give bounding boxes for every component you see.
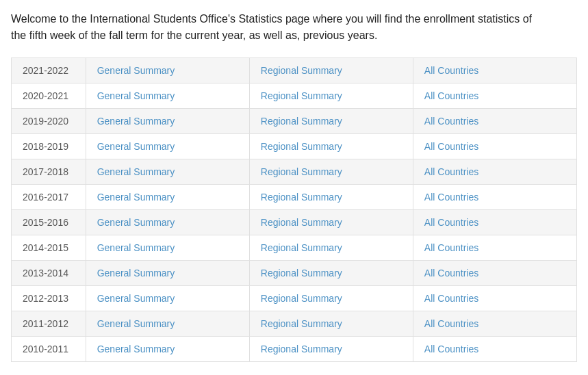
year-cell: 2014-2015 (12, 235, 86, 261)
all-countries-link[interactable]: All Countries (424, 166, 478, 177)
general-summary-link[interactable]: General Summary (97, 116, 175, 127)
all-countries-cell[interactable]: All Countries (413, 109, 576, 134)
regional-summary-cell[interactable]: Regional Summary (249, 58, 413, 83)
general-summary-link[interactable]: General Summary (97, 242, 175, 253)
all-countries-cell[interactable]: All Countries (413, 83, 576, 109)
regional-summary-cell[interactable]: Regional Summary (249, 185, 413, 210)
general-summary-link[interactable]: General Summary (97, 344, 175, 354)
regional-summary-cell[interactable]: Regional Summary (249, 83, 413, 109)
table-row: 2015-2016General SummaryRegional Summary… (12, 210, 577, 235)
regional-summary-link[interactable]: Regional Summary (261, 192, 342, 203)
year-cell: 2012-2013 (12, 286, 86, 311)
regional-summary-link[interactable]: Regional Summary (261, 268, 342, 279)
regional-summary-cell[interactable]: Regional Summary (249, 109, 413, 134)
all-countries-cell[interactable]: All Countries (413, 159, 576, 185)
table-row: 2014-2015General SummaryRegional Summary… (12, 235, 577, 261)
regional-summary-cell[interactable]: Regional Summary (249, 286, 413, 311)
regional-summary-link[interactable]: Regional Summary (261, 318, 342, 329)
general-summary-link[interactable]: General Summary (97, 318, 175, 329)
all-countries-cell[interactable]: All Countries (413, 261, 576, 286)
table-row: 2021-2022General SummaryRegional Summary… (12, 58, 577, 83)
all-countries-cell[interactable]: All Countries (413, 185, 576, 210)
year-cell: 2020-2021 (12, 83, 86, 109)
general-summary-cell[interactable]: General Summary (86, 337, 249, 362)
all-countries-cell[interactable]: All Countries (413, 210, 576, 235)
general-summary-link[interactable]: General Summary (97, 166, 175, 177)
general-summary-cell[interactable]: General Summary (86, 134, 249, 159)
regional-summary-cell[interactable]: Regional Summary (249, 159, 413, 185)
regional-summary-cell[interactable]: Regional Summary (249, 235, 413, 261)
year-cell: 2011-2012 (12, 311, 86, 337)
table-row: 2011-2012General SummaryRegional Summary… (12, 311, 577, 337)
general-summary-link[interactable]: General Summary (97, 293, 175, 304)
all-countries-link[interactable]: All Countries (424, 318, 478, 329)
all-countries-link[interactable]: All Countries (424, 65, 478, 76)
regional-summary-link[interactable]: Regional Summary (261, 242, 342, 253)
general-summary-cell[interactable]: General Summary (86, 159, 249, 185)
regional-summary-cell[interactable]: Regional Summary (249, 337, 413, 362)
general-summary-cell[interactable]: General Summary (86, 286, 249, 311)
regional-summary-cell[interactable]: Regional Summary (249, 210, 413, 235)
year-cell: 2018-2019 (12, 134, 86, 159)
general-summary-link[interactable]: General Summary (97, 90, 175, 101)
all-countries-cell[interactable]: All Countries (413, 337, 576, 362)
all-countries-link[interactable]: All Countries (424, 344, 478, 354)
table-row: 2017-2018General SummaryRegional Summary… (12, 159, 577, 185)
regional-summary-link[interactable]: Regional Summary (261, 166, 342, 177)
general-summary-cell[interactable]: General Summary (86, 210, 249, 235)
year-cell: 2013-2014 (12, 261, 86, 286)
statistics-table: 2021-2022General SummaryRegional Summary… (11, 57, 577, 362)
general-summary-cell[interactable]: General Summary (86, 261, 249, 286)
general-summary-cell[interactable]: General Summary (86, 83, 249, 109)
all-countries-link[interactable]: All Countries (424, 141, 478, 152)
table-row: 2012-2013General SummaryRegional Summary… (12, 286, 577, 311)
regional-summary-cell[interactable]: Regional Summary (249, 311, 413, 337)
table-row: 2020-2021General SummaryRegional Summary… (12, 83, 577, 109)
general-summary-link[interactable]: General Summary (97, 65, 175, 76)
table-row: 2016-2017General SummaryRegional Summary… (12, 185, 577, 210)
all-countries-cell[interactable]: All Countries (413, 58, 576, 83)
all-countries-link[interactable]: All Countries (424, 217, 478, 228)
intro-paragraph: Welcome to the International Students Of… (11, 11, 545, 44)
regional-summary-cell[interactable]: Regional Summary (249, 261, 413, 286)
general-summary-link[interactable]: General Summary (97, 217, 175, 228)
table-row: 2013-2014General SummaryRegional Summary… (12, 261, 577, 286)
all-countries-link[interactable]: All Countries (424, 192, 478, 203)
general-summary-cell[interactable]: General Summary (86, 185, 249, 210)
general-summary-link[interactable]: General Summary (97, 141, 175, 152)
general-summary-cell[interactable]: General Summary (86, 235, 249, 261)
regional-summary-link[interactable]: Regional Summary (261, 217, 342, 228)
regional-summary-link[interactable]: Regional Summary (261, 116, 342, 127)
general-summary-cell[interactable]: General Summary (86, 109, 249, 134)
all-countries-cell[interactable]: All Countries (413, 134, 576, 159)
year-cell: 2019-2020 (12, 109, 86, 134)
year-cell: 2015-2016 (12, 210, 86, 235)
year-cell: 2021-2022 (12, 58, 86, 83)
regional-summary-cell[interactable]: Regional Summary (249, 134, 413, 159)
regional-summary-link[interactable]: Regional Summary (261, 293, 342, 304)
regional-summary-link[interactable]: Regional Summary (261, 90, 342, 101)
all-countries-cell[interactable]: All Countries (413, 311, 576, 337)
table-row: 2010-2011General SummaryRegional Summary… (12, 337, 577, 362)
regional-summary-link[interactable]: Regional Summary (261, 65, 342, 76)
all-countries-link[interactable]: All Countries (424, 242, 478, 253)
general-summary-link[interactable]: General Summary (97, 268, 175, 279)
year-cell: 2010-2011 (12, 337, 86, 362)
table-row: 2018-2019General SummaryRegional Summary… (12, 134, 577, 159)
regional-summary-link[interactable]: Regional Summary (261, 141, 342, 152)
regional-summary-link[interactable]: Regional Summary (261, 344, 342, 354)
all-countries-link[interactable]: All Countries (424, 268, 478, 279)
year-cell: 2017-2018 (12, 159, 86, 185)
all-countries-link[interactable]: All Countries (424, 116, 478, 127)
year-cell: 2016-2017 (12, 185, 86, 210)
all-countries-link[interactable]: All Countries (424, 293, 478, 304)
all-countries-cell[interactable]: All Countries (413, 286, 576, 311)
table-row: 2019-2020General SummaryRegional Summary… (12, 109, 577, 134)
general-summary-link[interactable]: General Summary (97, 192, 175, 203)
all-countries-link[interactable]: All Countries (424, 90, 478, 101)
general-summary-cell[interactable]: General Summary (86, 58, 249, 83)
all-countries-cell[interactable]: All Countries (413, 235, 576, 261)
general-summary-cell[interactable]: General Summary (86, 311, 249, 337)
